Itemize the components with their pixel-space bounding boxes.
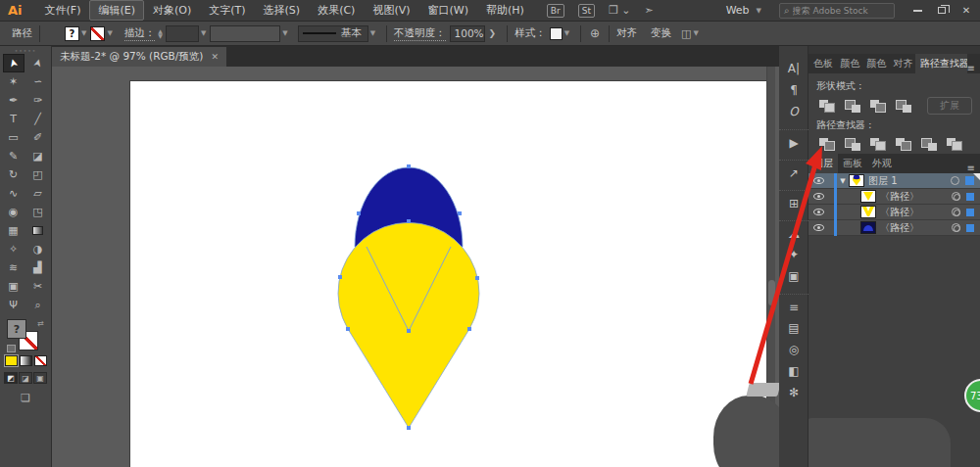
menu-effect[interactable]: 效果(C) <box>309 0 364 21</box>
expand-chevron-icon[interactable]: ▼ <box>837 177 849 185</box>
path-row[interactable]: 〈路径〉 <box>808 189 980 205</box>
opacity-label[interactable]: 不透明度： <box>394 26 446 41</box>
graphic-styles-panel-icon[interactable]: ✦ <box>779 244 808 265</box>
export-panel-icon[interactable]: ↗ <box>779 160 808 183</box>
trim-button[interactable] <box>842 136 863 153</box>
target-circle-icon[interactable] <box>951 176 959 185</box>
tool-width[interactable]: ∿ <box>3 184 24 203</box>
exclude-button[interactable] <box>893 98 914 115</box>
tool-type[interactable]: T <box>3 110 24 128</box>
tool-eyedropper[interactable]: ✧ <box>3 240 24 258</box>
swap-fill-stroke-icon[interactable]: ⇄ <box>37 319 44 328</box>
fill-box[interactable]: ? <box>7 319 26 339</box>
menu-help[interactable]: 帮助(H) <box>477 0 533 21</box>
symbols-panel-icon[interactable]: ☁ <box>779 220 808 244</box>
scrollbar-thumb[interactable] <box>768 280 775 305</box>
tool-scale[interactable]: ◰ <box>27 165 49 184</box>
draw-normal-button[interactable]: ◩ <box>4 372 18 384</box>
tab-appearance[interactable]: 外观 <box>867 154 897 173</box>
bridge-button[interactable]: Br <box>547 4 564 18</box>
tool-rotate[interactable]: ↻ <box>3 165 24 184</box>
visibility-eye-icon[interactable] <box>813 193 824 200</box>
tool-perspective-grid[interactable]: ◳ <box>27 203 49 221</box>
target-circle-icon[interactable] <box>952 223 960 232</box>
tool-artboard[interactable]: ▣ <box>3 277 24 296</box>
isolate-selection-icon[interactable]: ◫ <box>681 27 691 40</box>
divide-button[interactable] <box>816 136 838 153</box>
canvas-area[interactable] <box>52 67 779 467</box>
gradient-panel-icon[interactable]: ▤ <box>779 317 808 339</box>
tab-color[interactable]: 颜色 <box>835 54 861 73</box>
minimize-button[interactable] <box>906 3 928 19</box>
tab-artboards[interactable]: 画板 <box>838 154 867 173</box>
menu-view[interactable]: 视图(V) <box>364 0 418 21</box>
stroke-weight-field[interactable] <box>166 25 199 42</box>
tool-hand[interactable]: Ψ <box>3 296 24 314</box>
brush-definition-dropdown[interactable]: 基本 <box>298 25 368 42</box>
tool-gradient[interactable] <box>27 221 49 240</box>
target-circle-icon[interactable] <box>952 208 960 216</box>
chevron-down-icon[interactable]: ▼ <box>564 29 569 37</box>
screen-mode-button[interactable]: ❏ <box>0 392 51 404</box>
document-tab[interactable]: 未标题-2* @ 97% (RGB/预览) ✕ <box>52 47 226 67</box>
draw-inside-button[interactable]: ▣ <box>33 372 47 384</box>
appearance-panel-icon[interactable]: ◧ <box>779 360 808 382</box>
path-thumbnail[interactable] <box>860 190 876 203</box>
align-link[interactable]: 对齐 <box>616 26 637 40</box>
visibility-eye-icon[interactable] <box>813 177 824 184</box>
color-button[interactable] <box>5 355 18 366</box>
stroke-panel-icon[interactable]: ≡ <box>779 294 808 317</box>
yellow-pin-shape[interactable] <box>338 222 479 428</box>
transparency-panel-icon[interactable]: ◎ <box>779 339 808 360</box>
gradient-button[interactable] <box>20 355 32 366</box>
outline-button[interactable] <box>918 136 940 153</box>
path-row[interactable]: 〈路径〉 <box>808 220 980 236</box>
layer-thumbnail[interactable] <box>849 174 864 187</box>
tool-selection[interactable]: ➤ <box>3 54 24 72</box>
opentype-panel-icon[interactable]: O <box>779 101 808 122</box>
tab-pathfinder[interactable]: 路径查找器 <box>915 54 967 73</box>
tool-paintbrush[interactable]: ✐ <box>27 128 49 147</box>
workspace-switcher-icon[interactable]: ❒ ⌄ <box>609 4 631 17</box>
tool-mesh[interactable]: ▦ <box>3 221 24 240</box>
tool-slice[interactable]: ✂ <box>27 277 49 296</box>
tab-swatches[interactable]: 色板 <box>808 54 835 73</box>
draw-behind-button[interactable]: ◪ <box>19 372 32 384</box>
expand-button[interactable]: 扩展 <box>927 97 972 115</box>
intersect-button[interactable] <box>867 98 889 115</box>
tool-rectangle[interactable]: ▭ <box>3 128 24 147</box>
transform-link[interactable]: 变换 <box>651 26 671 40</box>
tool-symbol-sprayer[interactable]: ≋ <box>3 258 24 277</box>
path-name[interactable]: 〈路径〉 <box>880 206 952 219</box>
menu-window[interactable]: 窗口(W) <box>419 0 477 21</box>
visibility-eye-icon[interactable] <box>813 209 824 215</box>
tool-column-graph[interactable]: ▟ <box>27 258 49 277</box>
chevron-down-icon[interactable]: ▼ <box>81 29 86 37</box>
panel-grip[interactable]: ••••• <box>0 46 51 54</box>
tab-color-guide[interactable]: 颜色 <box>861 54 888 73</box>
none-button[interactable] <box>34 355 47 366</box>
chevron-down-icon[interactable]: ▼ <box>370 29 375 37</box>
tool-blend[interactable]: ◑ <box>27 240 49 258</box>
close-tab-icon[interactable]: ✕ <box>211 52 219 62</box>
character-panel-icon[interactable]: A| <box>779 58 808 79</box>
panel-menu-icon[interactable]: ≡ <box>967 63 975 73</box>
tool-magic-wand[interactable]: ✶ <box>3 72 24 91</box>
selection-indicator[interactable] <box>966 224 974 232</box>
selection-indicator[interactable] <box>966 209 974 216</box>
style-swatch[interactable] <box>550 27 563 40</box>
unite-button[interactable] <box>816 98 838 115</box>
layer-row[interactable]: ▼ 图层 1 <box>808 173 980 189</box>
chevron-down-icon[interactable]: ▼ <box>693 29 698 37</box>
paragraph-panel-icon[interactable]: ¶ <box>779 79 808 101</box>
tool-pencil[interactable]: ✎ <box>3 147 24 165</box>
layer-name[interactable]: 图层 1 <box>868 174 951 188</box>
stroke-swatch[interactable] <box>90 26 105 41</box>
opacity-field[interactable]: 100% <box>450 25 485 42</box>
tool-curvature[interactable]: ✑ <box>27 91 49 110</box>
fill-swatch[interactable]: ? <box>65 26 79 41</box>
tool-pen[interactable]: ✒ <box>3 91 24 110</box>
selection-indicator[interactable] <box>966 193 974 201</box>
chevron-down-icon[interactable]: ▼ <box>107 29 112 37</box>
tool-line-segment[interactable]: ╱ <box>27 110 49 128</box>
